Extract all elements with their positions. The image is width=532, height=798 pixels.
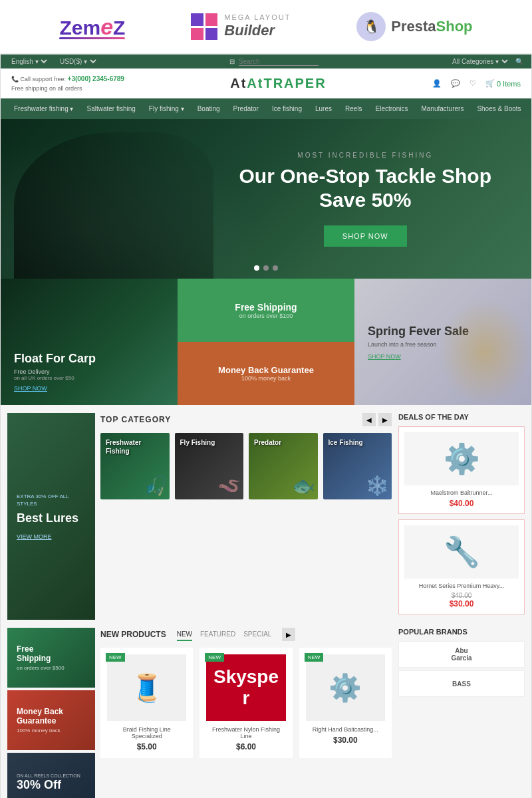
mega-layout-logo: MEGA LAYOUT Builder (191, 13, 291, 40)
deal-img-1: ⚙️ (404, 432, 519, 485)
free-shipping-note: Free shipping on all orders (11, 84, 124, 94)
grid-icon (191, 13, 217, 40)
deal-name-2: Hornet Series Premium Heavy... (404, 583, 519, 589)
np-name-3: Right Hand Baitcasting... (306, 726, 385, 733)
nav-shoes[interactable]: Shoes & Boots (470, 98, 527, 119)
np-nav-arrows: ▶ (282, 628, 295, 641)
free-shipping-detail: on orders over $100 (239, 313, 293, 319)
deal-card-1: ⚙️ Maelstrom Baltrunner... $40.00 (398, 426, 525, 514)
nav-predator[interactable]: Predator (227, 98, 265, 119)
cat-prev-button[interactable]: ◀ (362, 413, 376, 426)
np-price-1: $5.00 (107, 742, 186, 751)
nav-freshwater[interactable]: Freshwater fishing ▾ (7, 98, 80, 119)
nav-fly[interactable]: Fly fishing ▾ (142, 98, 191, 119)
nav-lures[interactable]: Lures (309, 98, 338, 119)
top-category-header: TOP CATEGORY ◀ ▶ (100, 413, 392, 426)
cat-predator[interactable]: Predator 🐟 (249, 433, 318, 499)
logos-bar: ZemeZ MEGA LAYOUT Builder 🐧 PrestaShop (0, 0, 532, 54)
search-icon: ⊟ (229, 58, 235, 65)
np-img-3: ⚙️ (306, 654, 385, 721)
language-select[interactable]: English ▾ (9, 57, 49, 66)
np-img-1: 🧵 (107, 654, 186, 721)
side-reels-sale: ON ALL REELS COLLECTION 30% Off (7, 753, 95, 798)
money-back-detail: 100% money back (241, 375, 291, 382)
promo-spring-sale: Spring Fever Sale Launch into a free sea… (354, 279, 531, 405)
new-products-grid: NEW 🧵 Braid Fishing Line Specialized $5.… (100, 648, 392, 758)
search-magnifier-icon[interactable]: 🔍 (515, 58, 523, 65)
side-money-back: Money BackGuarantee 100% money back (7, 690, 95, 750)
cart-icon[interactable]: 🛒 0 Items (485, 79, 521, 88)
promo-middle: Free Shipping on orders over $100 Money … (178, 279, 354, 405)
deal-price-2: $30.00 (404, 599, 519, 608)
wishlist-icon[interactable]: ♡ (469, 79, 476, 88)
support-info: 📞 Call support free: +3(000) 2345-6789 F… (11, 74, 124, 93)
money-back-title: Money Back Guarantee (218, 365, 314, 375)
deal-reel-icon-2: 🔧 (444, 535, 480, 569)
category-deals-section: EXTRA 30% OFF ALL STYLES Best Lures VIEW… (1, 405, 531, 628)
nav-manufacturers[interactable]: Manufacturers (414, 98, 470, 119)
np-card-2: NEW Skysper Freshwater Nylon Fishing Lin… (200, 648, 292, 758)
tab-special[interactable]: SPECIAL (243, 628, 271, 641)
brand-logo: AtAtTRAPER (230, 76, 326, 91)
lures-title: Best Lures (17, 511, 86, 525)
deals-title: DEALS OF THE DAY (398, 413, 525, 421)
dot-2[interactable] (263, 265, 269, 271)
search-input[interactable] (239, 58, 319, 66)
store-wrapper: English ▾ USD($) ▾ ⊟ All Categories ▾ 🔍 … (0, 54, 532, 798)
hero-shop-button[interactable]: SHOP NOW (324, 225, 407, 247)
brand-abu-garcia[interactable]: AbuGarcia (398, 641, 525, 668)
nav-boating[interactable]: Boating (191, 98, 227, 119)
hero-title: Our One-Stop Tackle Shop Save 50% (239, 164, 491, 212)
cat-next-button[interactable]: ▶ (378, 413, 392, 426)
brand-bass[interactable]: BASS (398, 670, 525, 697)
cat-freshwater[interactable]: FreshwaterFishing 🎣 (100, 433, 170, 499)
deal-old-price-2: $40.00 (404, 592, 519, 599)
promo-free-shipping: Free Shipping on orders over $100 (178, 279, 354, 342)
nav-saltwater[interactable]: Saltwater fishing (80, 98, 142, 119)
np-badge-3: NEW (305, 653, 324, 662)
np-card-1: NEW 🧵 Braid Fishing Line Specialized $5.… (100, 648, 193, 758)
nav-camping[interactable]: Camping (528, 98, 532, 119)
promo-money-back: Money Back Guarantee 100% money back (178, 342, 354, 405)
new-products-title: NEW PRODUCTS (100, 630, 166, 639)
currency-select[interactable]: USD($) ▾ (57, 57, 98, 66)
cat-fly[interactable]: Fly Fishing 🪱 (175, 433, 244, 499)
main-content-area: TOP CATEGORY ◀ ▶ FreshwaterFishing 🎣 Fly… (100, 413, 392, 620)
np-icon-3: ⚙️ (329, 672, 362, 704)
category-select[interactable]: All Categories ▾ (450, 57, 510, 66)
tab-featured[interactable]: FEATURED (200, 628, 235, 641)
deal-img-2: 🔧 (404, 525, 519, 579)
np-price-2: $6.00 (206, 742, 285, 751)
np-card-3: NEW ⚙️ Right Hand Baitcasting... $30.00 (299, 648, 392, 758)
chat-icon[interactable]: 💬 (451, 79, 460, 88)
new-products-tabs: NEW FEATURED SPECIAL (177, 628, 272, 641)
support-label: Call support free: (21, 76, 66, 82)
np-next-button[interactable]: ▶ (282, 628, 295, 641)
nav-reels[interactable]: Reels (338, 98, 369, 119)
dot-3[interactable] (273, 265, 278, 271)
main-header: 📞 Call support free: +3(000) 2345-6789 F… (1, 68, 531, 98)
hero-banner: MOST INCREDIBLE FISHING Our One-Stop Tac… (1, 119, 531, 279)
nav-ice[interactable]: Ice fishing (265, 98, 309, 119)
np-badge-1: NEW (106, 653, 125, 662)
lures-link[interactable]: VIEW MORE (17, 533, 86, 540)
category-nav-arrows: ◀ ▶ (362, 413, 392, 426)
hero-content: MOST INCREDIBLE FISHING Our One-Stop Tac… (239, 152, 531, 247)
brands-title: POPULAR BRANDS (398, 628, 525, 636)
tab-new[interactable]: NEW (177, 628, 192, 641)
dot-1[interactable] (254, 265, 259, 271)
new-products-header: NEW PRODUCTS NEW FEATURED SPECIAL ▶ (100, 628, 392, 641)
header-icons: 👤 💬 ♡ 🛒 0 Items (432, 79, 521, 88)
promo-float-carp: Float For Carp Free Delivery on all UK o… (1, 279, 178, 405)
nav-electronics[interactable]: Electronics (369, 98, 415, 119)
np-name-1: Braid Fishing Line Specialized (107, 726, 186, 739)
lures-badge: EXTRA 30% OFF ALL STYLES (17, 493, 86, 507)
np-name-2: Freshwater Nylon Fishing Line (206, 726, 285, 739)
deal-card-2: 🔧 Hornet Series Premium Heavy... $40.00 … (398, 519, 525, 614)
top-category-title: TOP CATEGORY (100, 415, 171, 424)
np-price-3: $30.00 (306, 735, 385, 745)
account-icon[interactable]: 👤 (432, 79, 442, 88)
cat-ice-fishing[interactable]: Ice Fishing ❄️ (323, 433, 392, 499)
side-free-shipping: FreeShipping on orders over $500 (7, 628, 95, 688)
np-icon-1: 🧵 (130, 672, 164, 704)
